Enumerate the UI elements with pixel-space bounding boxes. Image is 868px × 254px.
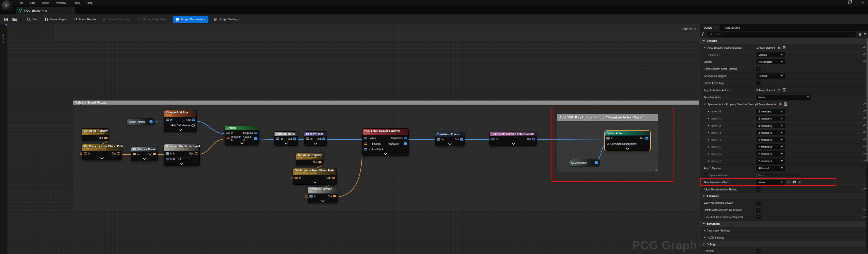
chevron-right-icon[interactable] [708,132,709,134]
chevron-right-icon[interactable] [704,236,705,238]
pin-icon[interactable] [532,138,535,141]
menu-item-window[interactable]: Window [53,0,69,5]
graph-node-pcg-smart-scatter-spawner[interactable]: PCG Smart Scatter SpawnerLoopPointsSpawn… [362,129,409,156]
menu-item-file[interactable]: File [15,0,27,5]
pin-icon[interactable] [293,138,296,140]
close-icon[interactable]: × [859,1,866,5]
node-collapse-chevron[interactable] [275,142,298,145]
graph-node-get-entries-count[interactable]: Get Entries CountInOut [131,147,158,161]
pin-icon[interactable] [306,138,309,140]
checkbox[interactable] [756,81,761,85]
pin-icon[interactable] [150,120,153,123]
menu-item-asset[interactable]: Asset [39,0,53,5]
node-collapse-chevron[interactable] [82,156,122,160]
pin-icon[interactable] [276,138,279,140]
pin-icon[interactable] [226,132,230,135]
pin-icon[interactable] [166,152,169,155]
pin-icon[interactable] [254,132,257,135]
chevron-right-icon[interactable] [708,117,709,119]
pin-icon[interactable] [364,148,367,151]
tab-close-icon[interactable]: × [71,9,73,12]
node-collapse-chevron[interactable] [293,180,337,185]
category-settings[interactable]: Settings [700,38,868,44]
node-collapse-chevron[interactable] [605,147,650,150]
dropdown-default[interactable]: Default [756,74,785,79]
node-collapse-chevron[interactable] [164,162,199,166]
settings-gear-icon[interactable]: ⚙ [863,32,866,36]
pin-icon[interactable] [309,195,313,198]
pin-icon[interactable] [460,138,463,141]
dropdown-attached[interactable]: Attached [756,166,785,171]
pin-value-field[interactable]: 1.0 [177,157,190,161]
pin-icon[interactable] [194,152,198,155]
node-collapse-chevron[interactable] [304,142,327,145]
chevron-right-icon[interactable] [708,160,709,162]
node-collapse-chevron[interactable] [363,152,408,156]
comment-annotation-title[interactable]: Add "BP_RayScatter" in the "Template Act… [557,114,658,121]
details-scrollbar[interactable] [866,38,868,252]
dropdown-2-members[interactable]: 2 members [756,123,785,128]
pin-icon[interactable] [166,118,169,121]
graph-node-cull-points-outside-actor-bounds[interactable]: Cull Points Outside Actor BoundsInOut [490,132,537,146]
add-element-icon[interactable]: ⊕ [779,103,782,106]
graph-node-compare-greater-or-equal[interactable]: Compare: Greater or EqualAttribute Compa… [164,144,199,166]
pcg-graph-canvas[interactable]: Calysto Smart Scatter Add "BP_RayScatter… [7,24,700,254]
graph-parameters-button[interactable]: Graph Parameters [173,16,208,23]
chevron-right-icon[interactable] [708,146,709,148]
category-streaming[interactable]: Streaming [700,221,868,227]
comment-resize-handle[interactable] [655,169,657,171]
comment-title-calysto[interactable]: Calysto Smart Scatter [73,101,699,105]
node-collapse-chevron[interactable] [131,157,158,161]
dropdown-2-members[interactable]: 2 members [756,116,785,121]
dropdown-2-members[interactable]: 2 members [756,130,785,135]
tab-hlsl-source[interactable]: HLSL Source [720,25,744,31]
dropdown-none[interactable]: None [756,95,811,100]
graph-node-get-property-from-object-path-1[interactable]: Get Property From Object PathCalysto Sma… [82,144,122,160]
pin-icon[interactable] [294,177,298,179]
menu-item-edit[interactable]: Edit [27,0,39,5]
checkbox[interactable] [756,208,761,212]
pin-icon[interactable] [607,137,610,140]
category-advanced[interactable]: Advanced [700,193,868,199]
chevron-right-icon[interactable] [708,139,709,141]
pin-icon[interactable] [322,138,325,140]
graph-node-get-actor-property-1[interactable]: Get Actor PropertyOriginal, VegetationOu… [82,129,109,141]
graph-node-get-actor-property-2[interactable]: Get Actor PropertyOriginal, VegetationOu… [296,153,323,165]
dropdown-2-members[interactable]: 2 members [756,137,785,142]
graph-node-all-vegetation[interactable]: All Vegetation [569,159,600,166]
pin-icon[interactable] [192,118,195,121]
add-element-icon[interactable]: ⊕ [778,88,780,92]
graph-node-branch[interactable]: BranchInOutput AOutput to BOutput B [225,125,259,145]
pin-icon[interactable] [364,137,367,140]
pin-icon[interactable] [364,143,367,145]
pin-icon[interactable] [404,137,407,140]
graph-node-spline-interior[interactable]: Spline Interior [126,118,155,125]
save-icon[interactable] [3,17,9,22]
chevron-down-icon[interactable] [704,47,706,48]
graph-node-attribute-partition[interactable]: Attribute Partition$IndexInOut [308,187,338,203]
browse-icon[interactable] [793,180,797,184]
graph-node-get-property-from-object-path-2[interactable]: Get Property From Object PathCalysto Sma… [293,168,337,185]
graph-node-transform-points[interactable]: Transform PointsInOut [435,132,465,146]
dropdown-2-members[interactable]: 2 members [756,109,785,114]
pin-icon[interactable] [333,195,336,198]
pin-icon[interactable] [318,161,321,164]
palette-sidebar-tab[interactable]: Palette [0,24,7,254]
chevron-right-icon[interactable] [708,110,709,112]
scrollbar-thumb[interactable] [866,38,868,162]
pin-icon[interactable] [437,138,440,141]
graph-node-change-grid-size[interactable]: Change Grid Size25600InOutGrid Cell Volu… [164,110,196,132]
use-selected-asset-icon[interactable]: ↩ [787,180,790,184]
restore-icon[interactable] [846,1,853,5]
tab-pcg-biome[interactable]: PCG_Biome_4_0 × [16,7,75,15]
find-button[interactable]: Find [24,15,42,24]
checkbox[interactable] [756,67,761,71]
delete-elements-icon[interactable] [783,88,785,92]
dropdown-2-members[interactable]: 2 members [756,144,785,149]
checkbox[interactable] [756,201,761,205]
dropdown-update[interactable]: Update [756,52,785,57]
pin-icon[interactable] [191,124,195,127]
graph-node-density-filter[interactable]: Density FilterInOut [304,132,327,146]
force-regen-button[interactable]: ↺ Force Regen [70,15,99,24]
dropdown-2-members[interactable]: 2 members [756,159,785,164]
